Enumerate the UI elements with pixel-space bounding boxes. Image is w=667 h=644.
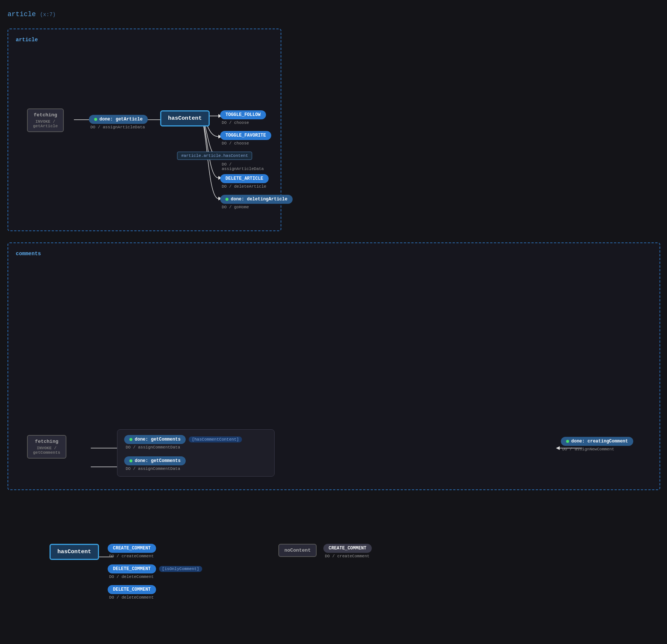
- done-dot: [94, 118, 97, 121]
- fetching-label: fetching: [33, 112, 58, 118]
- done-get-article: done: getArticle DO / assignArticleData: [89, 115, 148, 129]
- article-section: article: [8, 29, 281, 231]
- creating-comment-side: done: creatingComment DO / assignNewComm…: [561, 437, 633, 451]
- page-title: article (x:7): [8, 8, 659, 21]
- fetching-state: fetching INVOKE / getArticle: [27, 108, 64, 132]
- create-comment-1-event: CREATE_COMMENT DO / createComment: [108, 544, 156, 558]
- no-content-state: noContent: [278, 544, 317, 557]
- comments-fetching-label: fetching: [33, 439, 60, 444]
- toggle-favorite-event: TOGGLE_FAVORITE DO / choose: [220, 131, 271, 146]
- deleting-dot: [225, 198, 228, 201]
- comments-diagram: fetching INVOKE / getComments done: getC…: [16, 264, 652, 482]
- no-content-create-comment: CREATE_COMMENT DO / createComment: [323, 544, 372, 558]
- comments-fetching-state: fetching INVOKE / getComments: [27, 435, 66, 459]
- article-section-label: article: [16, 37, 273, 43]
- tooltip-box: #article.article.hasContent: [177, 152, 252, 160]
- creating-dot: [566, 440, 569, 443]
- arrow-head: [556, 446, 560, 450]
- page-wrapper: article (x:7) article: [8, 8, 659, 490]
- done-get-comments-2: done: getComments DO / assignCommentData: [124, 456, 267, 471]
- done-dot-2: [129, 459, 132, 462]
- article-diagram: fetching INVOKE / getArticle done: getAr…: [16, 50, 273, 223]
- delete-comment-2-event: DELETE_COMMENT DO / deleteComment: [108, 585, 156, 600]
- done-favoriting-event: DO / assignArticleData: [220, 161, 273, 171]
- delete-comment-1-event: DELETE_COMMENT [isOnlyComment] DO / dele…: [108, 564, 202, 579]
- comments-section: comments fetching: [8, 242, 660, 490]
- toggle-follow-event: TOGGLE_FOLLOW DO / choose: [220, 110, 266, 125]
- comments-has-content: hasContent: [50, 544, 99, 560]
- comments-section-label: comments: [16, 251, 652, 257]
- done-get-comments-1: done: getComments [hasCommentContent] DO…: [124, 435, 267, 450]
- delete-article-event: DELETE_ARTICLE DO / deleteArticle: [220, 174, 269, 189]
- done-deleting-event: done: deletingArticle DO / goHome: [220, 195, 293, 209]
- comments-arrows: [16, 264, 652, 482]
- has-content-state: hasContent: [160, 110, 210, 126]
- done-dot-1: [129, 438, 132, 441]
- done-transitions-box: done: getComments [hasCommentContent] DO…: [117, 429, 275, 477]
